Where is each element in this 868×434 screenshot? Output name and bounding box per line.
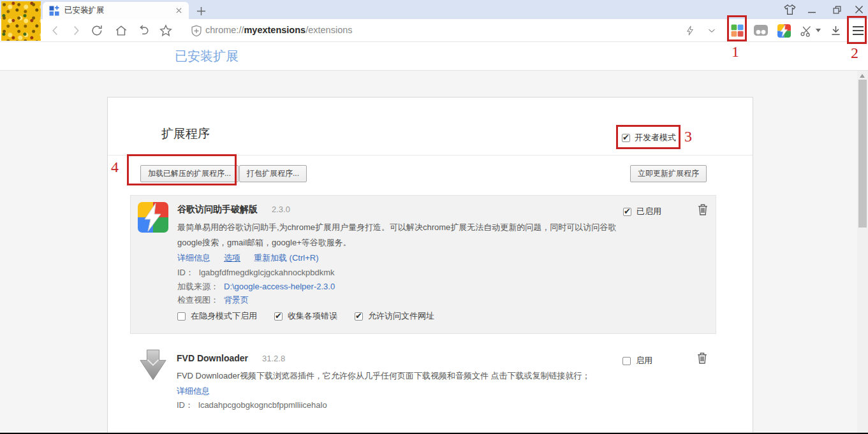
- incognito-option[interactable]: 在隐身模式下启用: [177, 310, 257, 322]
- tab-close-icon[interactable]: [175, 7, 182, 14]
- tab-title: 已安装扩展: [64, 5, 175, 16]
- back-icon[interactable]: [47, 22, 64, 39]
- extension-enabled-toggle[interactable]: 启用: [622, 355, 652, 366]
- address-dropdown-chevron-icon[interactable]: [703, 22, 720, 39]
- minimize-button[interactable]: [804, 2, 820, 17]
- extension-id-row: ID：lgabgfdfmegdkglcjgckahnockpbdkmk: [177, 267, 334, 278]
- extension-item-fvd-downloader: FVD Downloader31.2.8 启用 FVD Downloader视频…: [130, 345, 716, 428]
- collect-errors-checkbox[interactable]: [274, 312, 283, 321]
- reload-link[interactable]: 重新加载 (Ctrl+R): [254, 252, 318, 264]
- enabled-label: 已启用: [636, 206, 661, 217]
- browser-tab[interactable]: 已安装扩展: [43, 2, 189, 19]
- annotation-number-3: 3: [684, 128, 692, 145]
- scrollbar[interactable]: [857, 71, 868, 433]
- new-tab-button[interactable]: [195, 4, 207, 17]
- enabled-label: 启用: [636, 355, 652, 366]
- flash-plugin-icon[interactable]: [682, 22, 698, 39]
- scrollbar-up-arrow[interactable]: [860, 74, 865, 78]
- allow-file-urls-option[interactable]: 允许访问文件网址: [355, 310, 434, 322]
- extension-item-google-access-helper: 谷歌访问助手破解版2.3.0 已启用 最简单易用的谷歌访问助手,为chrome扩…: [130, 195, 716, 334]
- section-title: 扩展程序: [161, 126, 210, 142]
- tab-favicon-extensions-icon: [49, 6, 59, 16]
- annotation-box-1: [727, 15, 747, 41]
- url-scheme: chrome://: [205, 25, 244, 35]
- fvd-downloader-icon: [139, 349, 167, 381]
- address-bar[interactable]: chrome://myextensions/extensions: [205, 19, 353, 41]
- extension-version: 31.2.8: [262, 354, 285, 363]
- content-area: 扩展程序 开发者模式 加载已解压的扩展程序... 打包扩展程序... 立即更新扩…: [0, 71, 868, 433]
- delete-extension-trash-icon[interactable]: [697, 352, 707, 364]
- extension-description: 最简单易用的谷歌访问助手,为chrome扩展用户量身打造。可以解决chrome扩…: [177, 220, 624, 250]
- annotation-box-3: [616, 125, 680, 149]
- home-icon[interactable]: [113, 22, 129, 39]
- options-link[interactable]: 选项: [224, 252, 240, 264]
- browser-logo-avatar[interactable]: [1, 1, 41, 41]
- favorites-star-icon[interactable]: [158, 22, 174, 39]
- pack-extension-button[interactable]: 打包扩展程序...: [239, 165, 307, 182]
- extension-name: 谷歌访问助手破解版2.3.0: [177, 204, 290, 215]
- download-manager-icon[interactable]: [827, 22, 844, 39]
- forward-icon[interactable]: [68, 22, 84, 39]
- extension-id-value: lcadahpcgobgkogncbfppmlliicehalo: [198, 400, 327, 410]
- annotation-box-4: [127, 154, 237, 185]
- extension-links-row: 详细信息: [177, 385, 210, 397]
- incognito-checkbox[interactable]: [177, 312, 186, 321]
- load-source-row: 加载来源：D:\google-access-helper-2.3.0: [177, 281, 335, 293]
- annotation-number-1: 1: [732, 43, 739, 61]
- details-link[interactable]: 详细信息: [177, 252, 210, 264]
- enabled-checkbox[interactable]: [622, 357, 631, 365]
- collect-errors-option[interactable]: 收集各项错误: [274, 310, 337, 322]
- annotation-box-2: [847, 16, 867, 44]
- restore-window-button[interactable]: [828, 2, 845, 17]
- extension-id-value: lgabgfdfmegdkglcjgckahnockpbdkmk: [199, 268, 334, 277]
- extension-links-row: 详细信息 选项 重新加载 (Ctrl+R): [177, 252, 318, 264]
- update-extensions-button[interactable]: 立即更新扩展程序: [630, 165, 707, 182]
- details-link[interactable]: 详细信息: [177, 386, 210, 396]
- extension-description: FVD Downloader视频下载浏览器插件，它允许你从几乎任何页面下载视频和…: [177, 368, 623, 384]
- scissors-dropdown-caret-icon[interactable]: [814, 22, 822, 39]
- google-access-helper-icon: [138, 202, 168, 233]
- scrollbar-thumb[interactable]: [858, 80, 867, 228]
- extension-options-row: 在隐身模式下启用 收集各项错误 允许访问文件网址: [177, 310, 434, 322]
- undo-rotate-icon[interactable]: [135, 22, 152, 39]
- extension-id-row: ID：lcadahpcgobgkogncbfppmlliicehalo: [177, 400, 327, 411]
- load-source-link[interactable]: D:\google-access-helper-2.3.0: [224, 282, 335, 291]
- close-window-button[interactable]: [851, 2, 867, 17]
- page-title: 已安装扩展: [175, 42, 239, 71]
- google-access-helper-toolbar-icon[interactable]: [776, 22, 792, 39]
- inspect-views-row: 检查视图：背景页: [177, 294, 249, 306]
- background-page-link[interactable]: 背景页: [224, 295, 249, 305]
- url-path: /extensions: [305, 25, 352, 35]
- extension-enabled-toggle[interactable]: 已启用: [623, 206, 661, 217]
- annotation-number-2: 2: [851, 45, 858, 62]
- delete-extension-trash-icon[interactable]: [698, 204, 708, 215]
- binoculars-extension-icon[interactable]: [753, 22, 769, 39]
- allow-file-urls-checkbox[interactable]: [355, 312, 363, 321]
- extension-version: 2.3.0: [272, 205, 290, 214]
- extension-name: FVD Downloader31.2.8: [177, 353, 285, 363]
- scissors-screenshot-icon[interactable]: [797, 22, 814, 39]
- theme-skin-button[interactable]: [781, 2, 798, 17]
- enabled-checkbox[interactable]: [623, 208, 631, 216]
- site-security-shield-icon[interactable]: [188, 22, 205, 39]
- refresh-icon[interactable]: [89, 22, 105, 39]
- url-host: myextensions: [244, 25, 305, 35]
- annotation-number-4: 4: [111, 159, 119, 176]
